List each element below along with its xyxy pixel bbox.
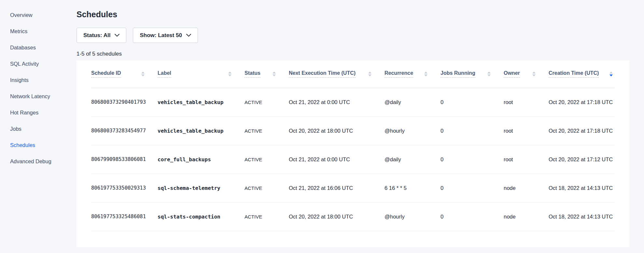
- cell-jobs-running: 0: [441, 116, 504, 145]
- table-body: 806800373290401793 vehicles_table_backup…: [91, 88, 615, 231]
- sort-icon[interactable]: [532, 72, 536, 76]
- chevron-down-icon: [115, 34, 119, 37]
- cell-jobs-running: 0: [441, 88, 504, 116]
- cell-owner: root: [504, 145, 549, 174]
- table-row: 806197753325486081 sql-stats-compaction …: [91, 202, 615, 231]
- cell-jobs-running: 0: [441, 202, 504, 231]
- page-title: Schedules: [77, 9, 629, 19]
- table-row: 806800373283454977 vehicles_table_backup…: [91, 116, 615, 145]
- cell-owner: node: [504, 174, 549, 202]
- results-count: 1-5 of 5 schedules: [77, 51, 629, 57]
- cell-recurrence: @daily: [385, 88, 441, 116]
- sort-icon[interactable]: [609, 72, 613, 76]
- table-row: 806799098533806081 core_full_backups ACT…: [91, 145, 615, 174]
- sort-icon[interactable]: [273, 72, 276, 76]
- cell-schedule-id: 806197753350029313: [91, 174, 158, 202]
- sort-icon[interactable]: [368, 72, 371, 76]
- cell-owner: root: [504, 88, 549, 116]
- sidebar-item-hot-ranges[interactable]: Hot Ranges: [0, 104, 77, 121]
- status-filter-dropdown[interactable]: Status: All: [77, 28, 126, 43]
- table-row: 806800373290401793 vehicles_table_backup…: [91, 88, 615, 116]
- column-header-recurrence[interactable]: Recurrence: [385, 60, 441, 88]
- cell-creation-time: Oct 18, 2022 at 14:13 UTC: [549, 174, 615, 202]
- cell-status: ACTIVE: [245, 116, 289, 145]
- status-filter-label: Status: All: [83, 32, 110, 39]
- cell-owner: root: [504, 116, 549, 145]
- cell-schedule-id: 806799098533806081: [91, 145, 158, 174]
- cell-next-execution-time: Oct 20, 2022 at 18:00 UTC: [289, 116, 385, 145]
- column-header-owner[interactable]: Owner: [504, 60, 549, 88]
- sidebar-item-databases[interactable]: Databases: [0, 39, 77, 56]
- cell-creation-time: Oct 18, 2022 at 14:13 UTC: [549, 202, 615, 231]
- column-header-jobs-running[interactable]: Jobs Running: [441, 60, 504, 88]
- sort-icon[interactable]: [141, 72, 145, 76]
- sidebar-item-sql-activity[interactable]: SQL Activity: [0, 56, 77, 72]
- cell-recurrence: 6 16 * * 5: [385, 174, 441, 202]
- filter-bar: Status: All Show: Latest 50: [77, 28, 629, 43]
- show-filter-dropdown[interactable]: Show: Latest 50: [133, 28, 198, 43]
- cell-schedule-id: 806197753325486081: [91, 202, 158, 231]
- cell-recurrence: @hourly: [385, 116, 441, 145]
- cell-next-execution-time: Oct 21, 2022 at 0:00 UTC: [289, 88, 385, 116]
- sidebar: Overview Metrics Databases SQL Activity …: [0, 0, 77, 169]
- show-filter-label: Show: Latest 50: [140, 32, 182, 39]
- sidebar-item-schedules[interactable]: Schedules: [0, 137, 77, 153]
- cell-recurrence: @hourly: [385, 202, 441, 231]
- cell-label: vehicles_table_backup: [158, 116, 245, 145]
- cell-label: sql-stats-compaction: [158, 202, 245, 231]
- cell-next-execution-time: Oct 21, 2022 at 16:06 UTC: [289, 174, 385, 202]
- cell-label: vehicles_table_backup: [158, 88, 245, 116]
- cell-next-execution-time: Oct 21, 2022 at 0:00 UTC: [289, 145, 385, 174]
- sidebar-item-jobs[interactable]: Jobs: [0, 121, 77, 137]
- sidebar-item-insights[interactable]: Insights: [0, 72, 77, 88]
- sidebar-item-network-latency[interactable]: Network Latency: [0, 88, 77, 104]
- table-row: 806197753350029313 sql-schema-telemetry …: [91, 174, 615, 202]
- cell-creation-time: Oct 20, 2022 at 17:12 UTC: [549, 145, 615, 174]
- sort-icon[interactable]: [228, 72, 231, 76]
- cell-schedule-id: 806800373283454977: [91, 116, 158, 145]
- cell-recurrence: @daily: [385, 145, 441, 174]
- cell-jobs-running: 0: [441, 174, 504, 202]
- table-header-row: Schedule ID Label Status Next Execution …: [91, 60, 615, 88]
- sidebar-item-metrics[interactable]: Metrics: [0, 23, 77, 39]
- cell-creation-time: Oct 20, 2022 at 17:18 UTC: [549, 88, 615, 116]
- column-header-status[interactable]: Status: [245, 60, 289, 88]
- schedules-table-card: Schedule ID Label Status Next Execution …: [77, 60, 629, 247]
- cell-schedule-id: 806800373290401793: [91, 88, 158, 116]
- column-header-label[interactable]: Label: [158, 60, 245, 88]
- cell-next-execution-time: Oct 20, 2022 at 18:00 UTC: [289, 202, 385, 231]
- sort-icon[interactable]: [487, 72, 491, 76]
- cell-status: ACTIVE: [245, 202, 289, 231]
- cell-status: ACTIVE: [245, 145, 289, 174]
- main-content: Schedules Status: All Show: Latest 50 1-…: [77, 0, 629, 247]
- cell-status: ACTIVE: [245, 88, 289, 116]
- column-header-creation-time[interactable]: Creation Time (UTC): [549, 60, 615, 88]
- column-header-next-execution-time[interactable]: Next Execution Time (UTC): [289, 60, 385, 88]
- column-header-schedule-id[interactable]: Schedule ID: [91, 60, 158, 88]
- cell-label: core_full_backups: [158, 145, 245, 174]
- sort-icon[interactable]: [424, 72, 427, 76]
- cell-label: sql-schema-telemetry: [158, 174, 245, 202]
- cell-owner: node: [504, 202, 549, 231]
- cell-status: ACTIVE: [245, 174, 289, 202]
- cell-creation-time: Oct 20, 2022 at 17:18 UTC: [549, 116, 615, 145]
- sidebar-item-advanced-debug[interactable]: Advanced Debug: [0, 153, 77, 169]
- chevron-down-icon: [186, 34, 191, 37]
- cell-jobs-running: 0: [441, 145, 504, 174]
- sidebar-item-overview[interactable]: Overview: [0, 7, 77, 23]
- schedules-table: Schedule ID Label Status Next Execution …: [91, 60, 615, 231]
